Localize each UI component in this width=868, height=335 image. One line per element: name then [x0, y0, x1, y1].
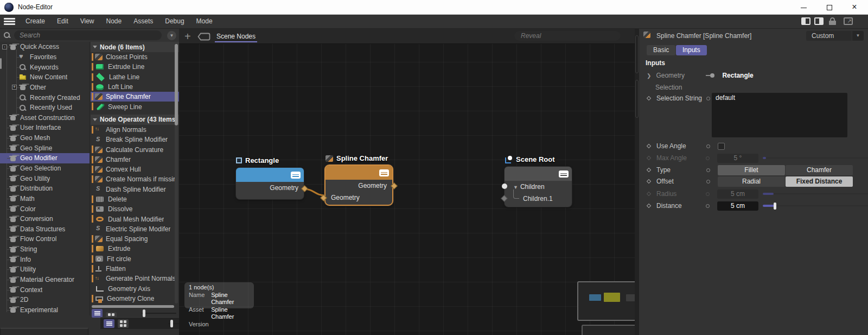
asset-item[interactable]: Closest Points — [91, 52, 179, 62]
asset-item[interactable]: Geometry Clone — [91, 294, 179, 304]
node-rectangle[interactable]: Rectangle Geometry — [236, 168, 304, 199]
tree-item[interactable]: String — [0, 244, 90, 255]
asset-item[interactable]: Break Spline Modifier — [91, 135, 179, 144]
tree-item[interactable]: Keywords — [0, 62, 90, 72]
port-circle-icon[interactable] — [706, 168, 710, 172]
expander-icon[interactable] — [12, 85, 17, 90]
node-menu-icon[interactable] — [291, 172, 301, 179]
asset-item[interactable]: Loft Line — [91, 82, 179, 92]
asset-item[interactable]: Sweep Line — [91, 102, 179, 111]
asset-item[interactable]: Flatten — [91, 264, 179, 274]
tree-item[interactable]: Distribution — [0, 184, 90, 194]
lock-icon[interactable] — [828, 17, 838, 25]
port-circle-icon[interactable] — [706, 144, 710, 148]
type-chamfer-button[interactable]: Chamfer — [786, 165, 853, 175]
asset-item[interactable]: Lathe Line — [91, 72, 179, 82]
tree-item[interactable]: Flow Control — [0, 234, 90, 244]
tree-item[interactable]: 2D — [0, 295, 90, 305]
asset-item[interactable]: Spline Chamfer — [91, 92, 179, 102]
tab-inputs[interactable]: Inputs — [676, 45, 707, 55]
asset-item[interactable]: Dual Mesh Modifier — [91, 214, 179, 224]
offset-radial-button[interactable]: Radial — [718, 176, 785, 187]
menu-item[interactable]: Debug — [159, 15, 190, 29]
search-options-button[interactable]: ▼ — [167, 31, 176, 40]
asset-item[interactable]: Chamfer — [91, 155, 179, 165]
asset-item[interactable]: Equal Spacing — [91, 234, 179, 244]
maximize-button[interactable] — [817, 0, 842, 14]
tree-item[interactable]: Geo Mesh — [0, 133, 90, 143]
thumbnail-size-slider[interactable] — [142, 309, 176, 317]
tree-item[interactable]: Data Structures — [0, 224, 90, 235]
port-circle-icon[interactable] — [706, 204, 710, 208]
minimize-button[interactable] — [791, 0, 816, 14]
tree-item[interactable]: Quick Access — [0, 42, 90, 52]
selection-string-input[interactable]: default — [712, 93, 847, 137]
minimap[interactable] — [577, 281, 639, 321]
asset-item[interactable]: Calculate Curvature — [91, 144, 179, 154]
tree-item[interactable]: Recently Used — [0, 103, 90, 113]
menu-item[interactable]: Create — [20, 15, 51, 29]
tree-item[interactable]: Context — [0, 285, 90, 295]
asset-item[interactable]: Create Normals if missir — [91, 174, 179, 184]
tree-item[interactable]: Info — [0, 254, 90, 264]
asset-scrollbar-thumb[interactable] — [175, 44, 178, 125]
tree-item[interactable]: Asset Construction — [0, 112, 90, 123]
asset-item[interactable]: Extrude Line — [91, 62, 179, 72]
tree-item[interactable]: Color — [0, 204, 90, 214]
tree-item[interactable]: Material Generator — [0, 275, 90, 285]
tree-scrollbar-thumb[interactable] — [0, 58, 2, 69]
section-header[interactable]: Node Operator (43 Items) — [91, 115, 179, 125]
tree-item[interactable]: Geo Selection — [0, 163, 90, 174]
hamburger-menu-icon[interactable] — [4, 18, 15, 25]
add-tab-button[interactable]: + — [184, 29, 191, 43]
asset-item[interactable]: Convex Hull — [91, 165, 179, 174]
layout-left-panel-icon[interactable] — [801, 17, 810, 25]
search-input[interactable] — [14, 30, 162, 40]
tree-item[interactable]: Favorites — [0, 52, 90, 62]
asset-item[interactable]: Delete — [91, 194, 179, 204]
input-port-children[interactable] — [502, 184, 507, 189]
tab-scene-nodes[interactable]: Scene Nodes — [215, 31, 257, 41]
tree-item[interactable]: Other — [0, 83, 90, 93]
tree-item[interactable]: Geo Utility — [0, 173, 90, 184]
panel-splitter[interactable] — [635, 29, 639, 335]
close-button[interactable]: × — [842, 0, 867, 14]
tab-basic[interactable]: Basic — [647, 45, 675, 55]
menu-item[interactable]: Mode — [190, 15, 219, 29]
tree-item[interactable]: New Content — [0, 72, 90, 83]
tag-icon[interactable] — [197, 33, 210, 41]
node-graph-canvas[interactable]: + Scene Nodes Rectangle Geometry Spline … — [179, 29, 639, 335]
tree-item[interactable]: Recently Created — [0, 92, 90, 103]
asset-item[interactable]: Electric Spline Modifer — [91, 224, 179, 234]
tree-item[interactable]: User Interface — [0, 123, 90, 133]
asset-item[interactable]: Geometry Axis — [91, 284, 179, 294]
chevron-right-icon[interactable]: ❯ — [647, 73, 651, 79]
list-view-button[interactable] — [104, 319, 114, 328]
node-spline-chamfer[interactable]: Spline Chamfer Geometry Geometry — [324, 165, 393, 206]
asset-item[interactable]: Extrude — [91, 244, 179, 254]
open-external-icon[interactable]: ↗ — [844, 17, 853, 25]
menu-item[interactable]: Edit — [51, 15, 74, 29]
expander-icon[interactable] — [2, 45, 7, 49]
asset-item[interactable]: Fit circle — [91, 254, 179, 264]
distance-slider[interactable] — [763, 202, 868, 210]
menu-item[interactable]: Node — [100, 15, 128, 29]
port-circle-icon[interactable] — [706, 97, 710, 100]
row-children-1[interactable]: Children.1 — [505, 193, 572, 205]
node-header[interactable] — [505, 167, 572, 181]
tree-item[interactable]: Math — [0, 194, 90, 204]
use-angle-checkbox[interactable] — [718, 143, 725, 150]
asset-item[interactable]: Dash Spline Modifier — [91, 185, 179, 194]
section-header[interactable]: Node (6 Items) — [91, 42, 179, 52]
list-view-button[interactable] — [92, 309, 103, 318]
preset-dropdown-arrow-icon[interactable]: ▼ — [852, 31, 864, 41]
menu-item[interactable]: Assets — [127, 15, 159, 29]
tree-item[interactable]: Experimental — [0, 305, 90, 315]
asset-hscrollbar-thumb[interactable] — [92, 305, 174, 308]
tree-item[interactable]: Geo Modifier — [0, 153, 90, 163]
node-header[interactable] — [326, 166, 392, 180]
layout-right-panel-icon[interactable] — [814, 17, 824, 25]
connected-port-icon[interactable] — [706, 73, 714, 78]
tree-item[interactable]: Conversion — [0, 214, 90, 224]
asset-item[interactable]: Generate Point Normals — [91, 274, 179, 283]
